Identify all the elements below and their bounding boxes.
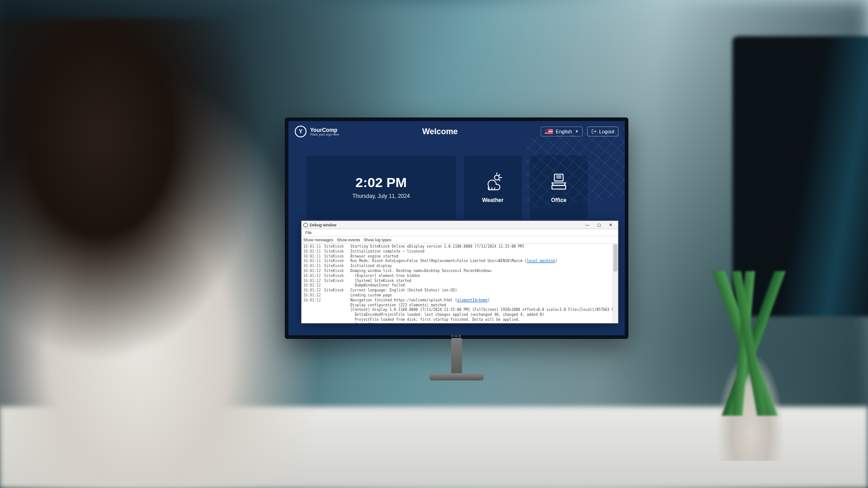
log-row: Cache OK: [303, 323, 616, 323]
weather-tile[interactable]: Weather: [464, 155, 522, 219]
log-row: 16:01:11SiteKioskInitialized display: [303, 264, 616, 269]
dashboard-app: Y YourComp Place your logo here Welcome …: [288, 121, 625, 335]
log-row: 16:01:11SiteKioskStarting SiteKiosk Onli…: [303, 244, 616, 249]
debug-menubar[interactable]: File: [302, 229, 618, 236]
brand-name: YourComp: [310, 127, 339, 133]
brand-logo-icon: Y: [295, 126, 307, 137]
log-row: 16:01:12SiteKioskDumping window list. De…: [303, 269, 616, 274]
log-row: 16:01:11SiteKioskInitialization complete…: [303, 249, 616, 254]
logout-label: Logout: [599, 129, 614, 134]
brand-tagline: Place your logo here: [310, 133, 339, 136]
app-icon: [303, 223, 308, 227]
debug-window[interactable]: Debug window — ▢ ✕ File Show messages Sh…: [301, 221, 618, 324]
scrollbar-thumb[interactable]: [613, 244, 618, 272]
log-row: [Content] display 1.0.1100.0000 [7/11/20…: [303, 308, 616, 313]
log-row: 16:01:12SiteKiosk [Explorer] element-tre…: [303, 274, 616, 279]
tool-show-messages[interactable]: Show messages: [303, 238, 333, 242]
clock-tile: 2:02 PM Thursday, July 11, 2024: [307, 155, 456, 219]
tool-show-events[interactable]: Show events: [337, 238, 360, 242]
log-row: 16:01:11SiteKioskBrowser engine started: [303, 254, 616, 259]
page-title: Welcome: [422, 127, 458, 136]
minimize-button[interactable]: —: [582, 222, 593, 228]
log-link[interactable]: local machine: [527, 259, 555, 263]
top-bar: Y YourComp Place your logo here Welcome …: [288, 121, 625, 142]
log-row: 16:01:11SiteKioskRun Mode: Kiosk AutoLog…: [303, 259, 616, 264]
monitor-brand: DAB: [451, 334, 462, 338]
flag-us-icon: [545, 129, 553, 134]
log-row: 16:01:12 DumpWindowsInner failed: [303, 283, 616, 288]
logout-icon: [591, 129, 597, 134]
logout-button[interactable]: Logout: [587, 127, 618, 136]
language-label: English: [556, 129, 572, 134]
debug-log-area[interactable]: 16:01:11SiteKioskStarting SiteKiosk Onli…: [302, 244, 618, 323]
office-icon: [548, 171, 570, 192]
menu-file[interactable]: File: [303, 230, 314, 235]
log-row: Display configuration (223 elements) mat…: [303, 303, 616, 308]
svg-rect-9: [554, 174, 563, 181]
language-selector[interactable]: English ▼: [541, 127, 583, 136]
debug-toolbar[interactable]: Show messages Show events Show log types: [302, 236, 618, 244]
log-row: 16:01:12Loading custom page: [303, 293, 616, 298]
svg-line-5: [499, 180, 500, 181]
svg-line-4: [499, 174, 500, 175]
log-row: 16:01:12SiteKiosk [System] SiteKiosk sta…: [303, 279, 616, 284]
svg-point-1: [495, 175, 500, 180]
scrollbar[interactable]: [613, 244, 618, 323]
clock-time: 2:02 PM: [355, 175, 406, 190]
office-tile[interactable]: Office: [530, 155, 588, 219]
log-row: 16:01:12Navigation finished https://welc…: [303, 298, 616, 303]
chevron-down-icon: ▼: [575, 129, 579, 134]
weather-icon: [482, 171, 504, 192]
debug-titlebar[interactable]: Debug window — ▢ ✕: [302, 221, 618, 229]
office-label: Office: [551, 197, 566, 203]
log-row: DeltaEncodedProjectFile loaded: last cha…: [303, 313, 616, 318]
log-row: ProjectFile loaded from disk; first star…: [303, 318, 616, 323]
clock-date: Thursday, July 11, 2024: [352, 193, 410, 199]
log-link[interactable]: elementId=home: [457, 298, 487, 302]
primary-monitor: Y YourComp Place your logo here Welcome …: [285, 117, 628, 339]
close-button[interactable]: ✕: [605, 222, 616, 228]
debug-title-text: Debug window: [310, 223, 336, 227]
weather-label: Weather: [482, 197, 503, 203]
tile-row: 2:02 PM Thursday, July 11, 2024 Weather: [288, 142, 625, 219]
log-row: 16:01:12SiteKioskCurrent language: Engli…: [303, 288, 616, 293]
tool-show-logtypes[interactable]: Show log types: [364, 238, 392, 242]
maximize-button[interactable]: ▢: [594, 222, 604, 228]
brand: Y YourComp Place your logo here: [295, 126, 339, 137]
